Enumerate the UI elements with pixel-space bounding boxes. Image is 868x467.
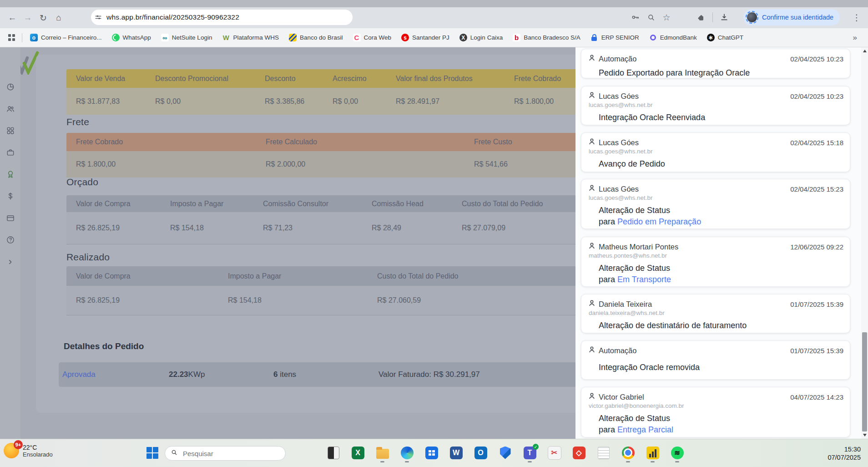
bookmark-netsuite[interactable]: ∞ NetSuite Login <box>161 34 212 41</box>
credit-card-icon[interactable] <box>5 213 15 223</box>
excel-icon[interactable]: X <box>350 445 365 460</box>
status-link[interactable]: Pedido em Preparação <box>617 217 701 226</box>
activity-time: 01/07/2025 15:39 <box>790 300 843 308</box>
power-bi-icon[interactable] <box>645 445 660 460</box>
url-text[interactable]: whs.app.br/financial/20250325-90962322 <box>106 13 239 21</box>
weather-widget[interactable]: 9+ 22°C Ensolarado <box>4 443 53 458</box>
chrome-icon[interactable] <box>621 445 636 460</box>
activity-user: Automação <box>599 55 636 63</box>
scrollbar-thumb[interactable] <box>862 332 867 431</box>
browser-toolbar: ← → ↻ ⌂ whs.app.br/financial/20250325-90… <box>0 7 868 28</box>
help-icon[interactable] <box>5 235 15 245</box>
order-status-link[interactable]: Aprovada <box>59 370 165 379</box>
banco-do-brasil-favicon <box>289 34 297 41</box>
activity-card[interactable]: Victor Gabriel 04/07/2025 14:23 victor.g… <box>581 387 850 437</box>
activity-email: lucas.goes@whs.net.br <box>589 194 843 201</box>
red-diamond-app-icon[interactable]: ◇ <box>571 445 586 460</box>
activity-card[interactable]: Daniela Teixeira 01/07/2025 15:39 daniel… <box>581 294 850 333</box>
teams-icon[interactable]: T✓ <box>522 445 537 460</box>
snipping-tool-icon[interactable]: ✂ <box>547 445 562 460</box>
cora-favicon: C <box>353 34 361 41</box>
dollar-icon[interactable] <box>5 191 15 201</box>
whs-favicon: W <box>222 34 230 41</box>
home-button[interactable]: ⌂ <box>51 10 66 25</box>
santander-favicon: s <box>401 34 409 41</box>
notes-app-icon[interactable] <box>326 445 341 460</box>
activity-time: 12/06/2025 09:22 <box>790 243 843 251</box>
person-icon <box>588 345 596 355</box>
extensions-icon[interactable] <box>693 10 709 25</box>
windows-security-icon[interactable] <box>498 445 513 460</box>
clock-time: 15:30 <box>828 445 861 453</box>
scroll-up-arrow[interactable] <box>861 47 868 55</box>
activity-card[interactable]: Matheus Mortari Pontes 12/06/2025 09:22 … <box>581 237 850 287</box>
activity-card[interactable]: Lucas Góes 02/04/2025 15:23 lucas.goes@w… <box>581 179 850 229</box>
profile-identity-button[interactable]: Confirme sua identidade <box>743 9 840 25</box>
activity-card[interactable]: Automação 01/07/2025 15:39 Integração Or… <box>581 340 850 380</box>
activity-time: 02/04/2025 15:18 <box>790 139 843 147</box>
word-icon[interactable]: W <box>449 445 464 460</box>
taskbar-search[interactable] <box>165 446 286 461</box>
bookmark-banco-do-brasil[interactable]: Banco do Brasil <box>289 34 343 41</box>
refresh-button[interactable]: ↻ <box>35 10 51 25</box>
bookmark-cora[interactable]: C Cora Web <box>353 34 392 41</box>
page-viewport: E-Commerce Calculadora Pedidos Acompanha… <box>0 47 868 439</box>
address-bar[interactable]: whs.app.br/financial/20250325-90962322 <box>91 10 353 25</box>
downloads-icon[interactable] <box>717 10 732 25</box>
weather-temp: 22°C <box>23 444 53 451</box>
chatgpt-favicon: ∗ <box>707 34 715 41</box>
activity-email: daniela.teixeira@whs.net.br <box>589 310 843 316</box>
briefcase-icon[interactable] <box>5 147 15 157</box>
caixa-favicon: X <box>459 34 467 41</box>
notepad-icon[interactable] <box>596 445 611 460</box>
bookmark-caixa[interactable]: X Login Caixa <box>459 34 503 41</box>
site-settings-icon[interactable] <box>94 13 103 22</box>
search-input[interactable] <box>182 449 275 458</box>
bookmark-bradesco[interactable]: b Banco Bradesco S/A <box>513 34 580 41</box>
activity-time: 02/04/2025 15:23 <box>790 185 843 193</box>
bookmark-star-icon[interactable]: ☆ <box>659 10 674 25</box>
status-link[interactable]: Em Transporte <box>617 275 671 284</box>
activity-card[interactable]: Automação 02/04/2025 10:23 Pedido Export… <box>581 49 850 78</box>
bookmark-erp-senior[interactable]: ERP SENIOR <box>590 34 639 41</box>
clock-date: 07/07/2025 <box>828 453 861 462</box>
zoom-icon[interactable] <box>643 10 659 25</box>
forward-button[interactable]: → <box>20 10 35 25</box>
users-icon[interactable] <box>5 104 15 114</box>
microsoft-store-icon[interactable] <box>424 445 439 460</box>
outlook-icon[interactable]: O <box>473 445 488 460</box>
bookmark-whatsapp[interactable]: WhatsApp <box>112 34 151 41</box>
bookmark-whs[interactable]: W Plataforma WHS <box>222 34 279 41</box>
taskbar-clock[interactable]: 15:30 07/07/2025 <box>828 445 861 462</box>
scroll-down-arrow[interactable] <box>861 431 868 439</box>
browser-menu-icon[interactable]: ⋮ <box>849 10 864 25</box>
bookmark-correio[interactable]: o Correio – Financeiro... <box>30 34 102 41</box>
award-icon[interactable] <box>5 169 15 179</box>
file-explorer-icon[interactable] <box>375 445 390 460</box>
pie-chart-icon[interactable] <box>5 82 15 92</box>
edge-icon[interactable] <box>399 445 414 460</box>
frete-table-header: Frete Cobrado Frete Calculado Frete Cust… <box>66 133 603 151</box>
detalhes-title: Detalhes do Pedido <box>64 341 144 351</box>
password-key-icon[interactable] <box>628 10 643 25</box>
weather-condition: Ensolarado <box>23 451 53 458</box>
back-button[interactable]: ← <box>5 10 20 25</box>
spotify-icon[interactable]: ≋ <box>670 445 685 460</box>
activity-user: Daniela Teixeira <box>599 300 652 309</box>
bookmarks-overflow-chevron[interactable]: » <box>847 33 863 42</box>
activity-card[interactable]: Lucas Góes 02/04/2025 10:23 lucas.goes@w… <box>581 86 850 125</box>
sidebar-expand-chevron[interactable]: › <box>5 257 15 267</box>
order-items-count: 6 itens <box>270 370 375 379</box>
activity-card[interactable]: Lucas Góes 02/04/2025 15:18 lucas.goes@w… <box>581 132 850 172</box>
modules-grid-icon[interactable] <box>5 126 15 136</box>
orcado-section-title: Orçado <box>66 177 98 188</box>
bookmark-santander[interactable]: s Santander PJ <box>401 34 449 41</box>
bookmark-edmondbank[interactable]: EdmondBank <box>649 34 697 41</box>
activity-action: Alteração de Status para Em Transporte <box>599 263 843 285</box>
status-link[interactable]: Entrega Parcial <box>617 425 673 434</box>
apps-grid-icon[interactable] <box>8 34 15 41</box>
orcado-table-header: Valor de Compra Imposto a Pagar Comissão… <box>66 195 603 212</box>
start-button[interactable] <box>146 447 159 460</box>
vertical-scrollbar[interactable] <box>861 47 868 439</box>
bookmark-chatgpt[interactable]: ∗ ChatGPT <box>707 34 743 41</box>
